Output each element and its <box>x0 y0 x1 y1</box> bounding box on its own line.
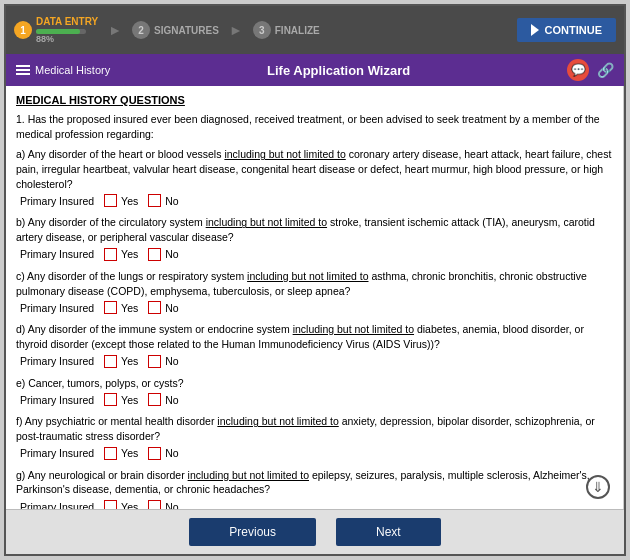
question-d-insured-label: Primary Insured <box>20 355 94 367</box>
arrow-2-3: ► <box>229 22 243 38</box>
question-c-answer-row: Primary Insured Yes No <box>20 301 613 314</box>
question-d-block: d) Any disorder of the immune system or … <box>16 322 613 367</box>
header-left: Medical History <box>16 64 110 76</box>
question-a-yes-group[interactable]: Yes <box>104 194 138 207</box>
header-bar: Medical History Life Application Wizard … <box>6 54 624 86</box>
step-1-sublabel: 88% <box>36 34 98 44</box>
question-b-yes-radio[interactable] <box>104 248 117 261</box>
menu-icon[interactable] <box>16 65 30 75</box>
continue-play-icon <box>531 24 539 36</box>
question-e-yes-group[interactable]: Yes <box>104 393 138 406</box>
question-d-no-group[interactable]: No <box>148 355 178 368</box>
question-f-yes-group[interactable]: Yes <box>104 447 138 460</box>
question-f-no-label: No <box>165 447 178 459</box>
header-title: Life Application Wizard <box>110 63 567 78</box>
question-g-text: g) Any neurological or brain disorder in… <box>16 468 613 497</box>
question-b-no-label: No <box>165 248 178 260</box>
question-a-text: a) Any disorder of the heart or blood ve… <box>16 147 613 191</box>
question-a-answer-row: Primary Insured Yes No <box>20 194 613 207</box>
question-a-no-radio[interactable] <box>148 194 161 207</box>
scroll-down-icon[interactable]: ⇓ <box>586 475 610 499</box>
question-g-block: g) Any neurological or brain disorder in… <box>16 468 613 509</box>
step-1-num: 1 <box>14 21 32 39</box>
section-title: MEDICAL HISTORY QUESTIONS <box>16 94 613 106</box>
footer: Previous Next <box>6 509 624 554</box>
question-e-no-group[interactable]: No <box>148 393 178 406</box>
question-f-answer-row: Primary Insured Yes No <box>20 447 613 460</box>
question-g-answer-row: Primary Insured Yes No <box>20 500 613 509</box>
chat-icon[interactable]: 💬 <box>567 59 589 81</box>
question-b-insured-label: Primary Insured <box>20 248 94 260</box>
question-b-answer-row: Primary Insured Yes No <box>20 248 613 261</box>
question-d-text: d) Any disorder of the immune system or … <box>16 322 613 351</box>
question-g-yes-radio[interactable] <box>104 500 117 509</box>
header-icons: 💬 🔗 <box>567 59 614 81</box>
step-2-label: SIGNATURES <box>154 25 219 36</box>
question-b-no-radio[interactable] <box>148 248 161 261</box>
question-d-yes-label: Yes <box>121 355 138 367</box>
step-3-label: FINALIZE <box>275 25 320 36</box>
question-d-no-radio[interactable] <box>148 355 161 368</box>
next-button[interactable]: Next <box>336 518 441 546</box>
question-b-text: b) Any disorder of the circulatory syste… <box>16 215 613 244</box>
question-c-no-group[interactable]: No <box>148 301 178 314</box>
arrow-1-2: ► <box>108 22 122 38</box>
question-a-yes-radio[interactable] <box>104 194 117 207</box>
question-g-yes-label: Yes <box>121 501 138 510</box>
question-e-insured-label: Primary Insured <box>20 394 94 406</box>
question-f-yes-radio[interactable] <box>104 447 117 460</box>
question-f-yes-label: Yes <box>121 447 138 459</box>
question-e-yes-label: Yes <box>121 394 138 406</box>
question-f-no-group[interactable]: No <box>148 447 178 460</box>
question-f-block: f) Any psychiatric or mental health diso… <box>16 414 613 459</box>
question-g-no-label: No <box>165 501 178 510</box>
intro-text: 1. Has the proposed insured ever been di… <box>16 112 613 141</box>
question-g-no-radio[interactable] <box>148 500 161 509</box>
content-area: MEDICAL HISTORY QUESTIONS 1. Has the pro… <box>6 86 624 509</box>
question-b-block: b) Any disorder of the circulatory syste… <box>16 215 613 260</box>
continue-label: CONTINUE <box>545 24 602 36</box>
question-c-text: c) Any disorder of the lungs or respirat… <box>16 269 613 298</box>
question-c-no-radio[interactable] <box>148 301 161 314</box>
question-a-yes-label: Yes <box>121 195 138 207</box>
question-c-yes-label: Yes <box>121 302 138 314</box>
question-b-yes-group[interactable]: Yes <box>104 248 138 261</box>
top-bar: 1 DATA ENTRY 88% ► 2 SIGNATURES ► 3 <box>6 6 624 54</box>
previous-button[interactable]: Previous <box>189 518 316 546</box>
step-3-num: 3 <box>253 21 271 39</box>
question-d-no-label: No <box>165 355 178 367</box>
question-a-insured-label: Primary Insured <box>20 195 94 207</box>
step-2: 2 SIGNATURES <box>132 21 219 39</box>
question-d-yes-group[interactable]: Yes <box>104 355 138 368</box>
question-f-no-radio[interactable] <box>148 447 161 460</box>
question-g-insured-label: Primary Insured <box>20 501 94 510</box>
question-f-insured-label: Primary Insured <box>20 447 94 459</box>
step-1: 1 DATA ENTRY 88% <box>14 16 98 44</box>
question-g-no-group[interactable]: No <box>148 500 178 509</box>
question-a-no-group[interactable]: No <box>148 194 178 207</box>
question-e-no-label: No <box>165 394 178 406</box>
question-c-no-label: No <box>165 302 178 314</box>
question-a-no-label: No <box>165 195 178 207</box>
question-e-yes-radio[interactable] <box>104 393 117 406</box>
question-e-text: e) Cancer, tumors, polyps, or cysts? <box>16 376 613 391</box>
question-g-yes-group[interactable]: Yes <box>104 500 138 509</box>
question-f-text: f) Any psychiatric or mental health diso… <box>16 414 613 443</box>
question-e-answer-row: Primary Insured Yes No <box>20 393 613 406</box>
step-3: 3 FINALIZE <box>253 21 320 39</box>
link-icon[interactable]: 🔗 <box>597 62 614 78</box>
question-e-no-radio[interactable] <box>148 393 161 406</box>
header-section-label: Medical History <box>35 64 110 76</box>
question-e-block: e) Cancer, tumors, polyps, or cysts? Pri… <box>16 376 613 407</box>
question-c-insured-label: Primary Insured <box>20 302 94 314</box>
question-d-yes-radio[interactable] <box>104 355 117 368</box>
continue-button[interactable]: CONTINUE <box>517 18 616 42</box>
question-b-no-group[interactable]: No <box>148 248 178 261</box>
question-c-yes-group[interactable]: Yes <box>104 301 138 314</box>
question-b-yes-label: Yes <box>121 248 138 260</box>
question-c-block: c) Any disorder of the lungs or respirat… <box>16 269 613 314</box>
step-1-label: DATA ENTRY <box>36 16 98 27</box>
question-c-yes-radio[interactable] <box>104 301 117 314</box>
question-d-answer-row: Primary Insured Yes No <box>20 355 613 368</box>
question-a-block: a) Any disorder of the heart or blood ve… <box>16 147 613 207</box>
